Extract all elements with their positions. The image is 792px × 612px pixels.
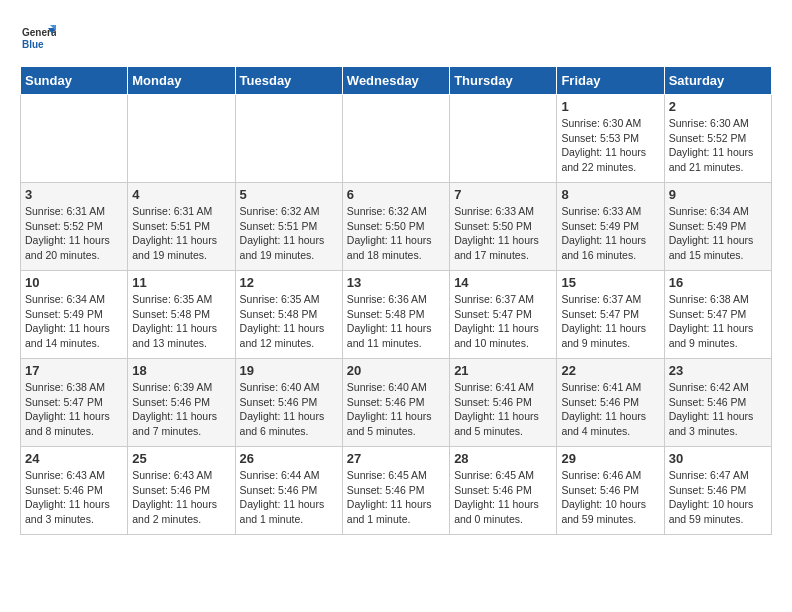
day-info: Sunrise: 6:33 AM Sunset: 5:49 PM Dayligh…: [561, 204, 659, 263]
header-friday: Friday: [557, 67, 664, 95]
calendar-cell: 28Sunrise: 6:45 AM Sunset: 5:46 PM Dayli…: [450, 447, 557, 535]
calendar-cell: 2Sunrise: 6:30 AM Sunset: 5:52 PM Daylig…: [664, 95, 771, 183]
day-number: 5: [240, 187, 338, 202]
calendar-cell: 10Sunrise: 6:34 AM Sunset: 5:49 PM Dayli…: [21, 271, 128, 359]
calendar-cell: 29Sunrise: 6:46 AM Sunset: 5:46 PM Dayli…: [557, 447, 664, 535]
day-info: Sunrise: 6:31 AM Sunset: 5:52 PM Dayligh…: [25, 204, 123, 263]
calendar-cell: 7Sunrise: 6:33 AM Sunset: 5:50 PM Daylig…: [450, 183, 557, 271]
day-number: 9: [669, 187, 767, 202]
calendar-cell: 5Sunrise: 6:32 AM Sunset: 5:51 PM Daylig…: [235, 183, 342, 271]
calendar-week-3: 17Sunrise: 6:38 AM Sunset: 5:47 PM Dayli…: [21, 359, 772, 447]
page-header: General Blue: [20, 20, 772, 56]
day-number: 14: [454, 275, 552, 290]
day-info: Sunrise: 6:34 AM Sunset: 5:49 PM Dayligh…: [669, 204, 767, 263]
day-number: 19: [240, 363, 338, 378]
logo-icon: General Blue: [20, 20, 56, 56]
day-info: Sunrise: 6:36 AM Sunset: 5:48 PM Dayligh…: [347, 292, 445, 351]
day-number: 21: [454, 363, 552, 378]
calendar-cell: 13Sunrise: 6:36 AM Sunset: 5:48 PM Dayli…: [342, 271, 449, 359]
day-info: Sunrise: 6:41 AM Sunset: 5:46 PM Dayligh…: [454, 380, 552, 439]
calendar-cell: 3Sunrise: 6:31 AM Sunset: 5:52 PM Daylig…: [21, 183, 128, 271]
calendar-week-1: 3Sunrise: 6:31 AM Sunset: 5:52 PM Daylig…: [21, 183, 772, 271]
day-info: Sunrise: 6:32 AM Sunset: 5:50 PM Dayligh…: [347, 204, 445, 263]
logo: General Blue: [20, 20, 60, 56]
calendar-cell: [21, 95, 128, 183]
day-number: 13: [347, 275, 445, 290]
calendar-cell: 16Sunrise: 6:38 AM Sunset: 5:47 PM Dayli…: [664, 271, 771, 359]
day-info: Sunrise: 6:46 AM Sunset: 5:46 PM Dayligh…: [561, 468, 659, 527]
day-info: Sunrise: 6:30 AM Sunset: 5:52 PM Dayligh…: [669, 116, 767, 175]
day-info: Sunrise: 6:42 AM Sunset: 5:46 PM Dayligh…: [669, 380, 767, 439]
day-info: Sunrise: 6:38 AM Sunset: 5:47 PM Dayligh…: [669, 292, 767, 351]
day-number: 8: [561, 187, 659, 202]
day-number: 10: [25, 275, 123, 290]
calendar-cell: 23Sunrise: 6:42 AM Sunset: 5:46 PM Dayli…: [664, 359, 771, 447]
day-info: Sunrise: 6:43 AM Sunset: 5:46 PM Dayligh…: [25, 468, 123, 527]
calendar-cell: 11Sunrise: 6:35 AM Sunset: 5:48 PM Dayli…: [128, 271, 235, 359]
day-info: Sunrise: 6:47 AM Sunset: 5:46 PM Dayligh…: [669, 468, 767, 527]
header-thursday: Thursday: [450, 67, 557, 95]
day-number: 20: [347, 363, 445, 378]
calendar-cell: 4Sunrise: 6:31 AM Sunset: 5:51 PM Daylig…: [128, 183, 235, 271]
day-number: 16: [669, 275, 767, 290]
day-info: Sunrise: 6:37 AM Sunset: 5:47 PM Dayligh…: [454, 292, 552, 351]
calendar-week-4: 24Sunrise: 6:43 AM Sunset: 5:46 PM Dayli…: [21, 447, 772, 535]
calendar-cell: 25Sunrise: 6:43 AM Sunset: 5:46 PM Dayli…: [128, 447, 235, 535]
day-number: 6: [347, 187, 445, 202]
calendar-cell: 15Sunrise: 6:37 AM Sunset: 5:47 PM Dayli…: [557, 271, 664, 359]
day-number: 15: [561, 275, 659, 290]
calendar-cell: 30Sunrise: 6:47 AM Sunset: 5:46 PM Dayli…: [664, 447, 771, 535]
day-number: 18: [132, 363, 230, 378]
day-info: Sunrise: 6:45 AM Sunset: 5:46 PM Dayligh…: [454, 468, 552, 527]
calendar-week-2: 10Sunrise: 6:34 AM Sunset: 5:49 PM Dayli…: [21, 271, 772, 359]
day-info: Sunrise: 6:30 AM Sunset: 5:53 PM Dayligh…: [561, 116, 659, 175]
calendar-cell: 1Sunrise: 6:30 AM Sunset: 5:53 PM Daylig…: [557, 95, 664, 183]
calendar-cell: 22Sunrise: 6:41 AM Sunset: 5:46 PM Dayli…: [557, 359, 664, 447]
calendar-cell: [235, 95, 342, 183]
day-number: 11: [132, 275, 230, 290]
calendar-cell: 24Sunrise: 6:43 AM Sunset: 5:46 PM Dayli…: [21, 447, 128, 535]
calendar-header-row: SundayMondayTuesdayWednesdayThursdayFrid…: [21, 67, 772, 95]
day-info: Sunrise: 6:31 AM Sunset: 5:51 PM Dayligh…: [132, 204, 230, 263]
header-wednesday: Wednesday: [342, 67, 449, 95]
calendar-cell: 14Sunrise: 6:37 AM Sunset: 5:47 PM Dayli…: [450, 271, 557, 359]
calendar-cell: [342, 95, 449, 183]
day-number: 2: [669, 99, 767, 114]
day-number: 3: [25, 187, 123, 202]
calendar-week-0: 1Sunrise: 6:30 AM Sunset: 5:53 PM Daylig…: [21, 95, 772, 183]
day-info: Sunrise: 6:41 AM Sunset: 5:46 PM Dayligh…: [561, 380, 659, 439]
calendar-cell: 12Sunrise: 6:35 AM Sunset: 5:48 PM Dayli…: [235, 271, 342, 359]
header-monday: Monday: [128, 67, 235, 95]
calendar-cell: 27Sunrise: 6:45 AM Sunset: 5:46 PM Dayli…: [342, 447, 449, 535]
day-info: Sunrise: 6:37 AM Sunset: 5:47 PM Dayligh…: [561, 292, 659, 351]
day-info: Sunrise: 6:38 AM Sunset: 5:47 PM Dayligh…: [25, 380, 123, 439]
day-number: 1: [561, 99, 659, 114]
calendar-cell: 18Sunrise: 6:39 AM Sunset: 5:46 PM Dayli…: [128, 359, 235, 447]
day-number: 12: [240, 275, 338, 290]
day-info: Sunrise: 6:45 AM Sunset: 5:46 PM Dayligh…: [347, 468, 445, 527]
day-number: 22: [561, 363, 659, 378]
calendar-cell: 8Sunrise: 6:33 AM Sunset: 5:49 PM Daylig…: [557, 183, 664, 271]
calendar-table: SundayMondayTuesdayWednesdayThursdayFrid…: [20, 66, 772, 535]
header-tuesday: Tuesday: [235, 67, 342, 95]
day-info: Sunrise: 6:44 AM Sunset: 5:46 PM Dayligh…: [240, 468, 338, 527]
day-info: Sunrise: 6:34 AM Sunset: 5:49 PM Dayligh…: [25, 292, 123, 351]
calendar-cell: 9Sunrise: 6:34 AM Sunset: 5:49 PM Daylig…: [664, 183, 771, 271]
day-info: Sunrise: 6:43 AM Sunset: 5:46 PM Dayligh…: [132, 468, 230, 527]
day-info: Sunrise: 6:33 AM Sunset: 5:50 PM Dayligh…: [454, 204, 552, 263]
day-info: Sunrise: 6:32 AM Sunset: 5:51 PM Dayligh…: [240, 204, 338, 263]
day-number: 23: [669, 363, 767, 378]
calendar-cell: 26Sunrise: 6:44 AM Sunset: 5:46 PM Dayli…: [235, 447, 342, 535]
calendar-cell: 6Sunrise: 6:32 AM Sunset: 5:50 PM Daylig…: [342, 183, 449, 271]
day-number: 7: [454, 187, 552, 202]
day-info: Sunrise: 6:40 AM Sunset: 5:46 PM Dayligh…: [240, 380, 338, 439]
header-sunday: Sunday: [21, 67, 128, 95]
day-info: Sunrise: 6:35 AM Sunset: 5:48 PM Dayligh…: [240, 292, 338, 351]
calendar-cell: 17Sunrise: 6:38 AM Sunset: 5:47 PM Dayli…: [21, 359, 128, 447]
day-number: 25: [132, 451, 230, 466]
calendar-cell: 20Sunrise: 6:40 AM Sunset: 5:46 PM Dayli…: [342, 359, 449, 447]
calendar-cell: [450, 95, 557, 183]
day-number: 29: [561, 451, 659, 466]
day-number: 26: [240, 451, 338, 466]
day-number: 24: [25, 451, 123, 466]
